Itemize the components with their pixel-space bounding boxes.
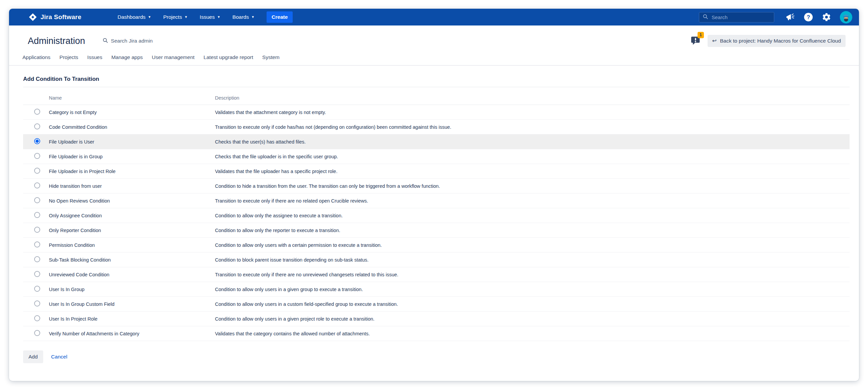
menu-dashboards[interactable]: Dashboards ▼ <box>118 14 151 20</box>
condition-name: Only Reporter Condition <box>49 228 215 233</box>
description-column-header: Description <box>215 95 849 101</box>
section-heading: Add Condition To Transition <box>23 76 849 87</box>
tab-manage-apps[interactable]: Manage apps <box>111 54 143 60</box>
condition-radio[interactable] <box>34 256 40 262</box>
table-row[interactable]: Unreviewed Code Condition Transition to … <box>23 267 849 282</box>
condition-name: File Uploader is in Project Role <box>49 169 215 174</box>
table-row[interactable]: Hide transition from user Condition to h… <box>23 179 849 194</box>
jira-logo-icon <box>28 13 37 22</box>
condition-name: Verify Number of Attachments in Category <box>49 331 215 336</box>
table-row[interactable]: User Is In Project Role Condition to all… <box>23 311 849 326</box>
chevron-down-icon: ▼ <box>217 16 220 19</box>
condition-radio[interactable] <box>34 212 40 218</box>
table-row[interactable]: Code Committed Condition Transition to e… <box>23 120 849 135</box>
table-row[interactable]: User Is In Group Custom Field Condition … <box>23 297 849 311</box>
table-row[interactable]: File Uploader is in Project Role Validat… <box>23 164 849 179</box>
condition-name: No Open Reviews Condition <box>49 198 215 203</box>
admin-search-label: Search Jira admin <box>111 38 153 44</box>
condition-description: Transition to execute only if code has/h… <box>215 124 849 130</box>
conditions-table-body: Category is not Empty Validates that the… <box>23 105 849 341</box>
topbar-search[interactable] <box>699 12 774 23</box>
condition-radio[interactable] <box>34 153 40 159</box>
app-window: Jira Software Dashboards ▼ Projects ▼ Is… <box>9 9 859 381</box>
table-row[interactable]: Verify Number of Attachments in Category… <box>23 326 849 341</box>
table-row[interactable]: Only Assignee Condition Condition to all… <box>23 208 849 223</box>
condition-radio[interactable] <box>34 123 40 130</box>
condition-description: Condition to allow only the reporter to … <box>215 228 849 233</box>
condition-description: Condition to allow only users with a cer… <box>215 243 849 248</box>
left-arrow-icon: ↩ <box>712 38 717 44</box>
back-button-label: Back to project: Handy Macros for Conflu… <box>720 38 841 44</box>
condition-radio[interactable] <box>34 168 40 174</box>
cancel-link[interactable]: Cancel <box>51 354 67 360</box>
table-header: Name Description <box>23 92 849 105</box>
user-avatar[interactable] <box>840 11 852 24</box>
condition-radio[interactable] <box>34 330 40 336</box>
chevron-down-icon: ▼ <box>148 16 151 19</box>
condition-name: Category is not Empty <box>49 110 215 115</box>
table-row[interactable]: Category is not Empty Validates that the… <box>23 105 849 120</box>
tab-system[interactable]: System <box>262 54 280 60</box>
tab-applications[interactable]: Applications <box>23 54 51 60</box>
condition-description: Condition to allow only the assignee to … <box>215 213 849 218</box>
search-icon <box>102 37 108 45</box>
condition-description: Validates that the file uploader has a s… <box>215 169 849 174</box>
condition-radio[interactable] <box>34 138 40 144</box>
table-row[interactable]: Permission Condition Condition to allow … <box>23 238 849 252</box>
condition-name: Sub-Task Blocking Condition <box>49 257 215 262</box>
table-row[interactable]: No Open Reviews Condition Transition to … <box>23 194 849 208</box>
admin-search[interactable]: Search Jira admin <box>102 37 153 45</box>
menu-boards[interactable]: Boards ▼ <box>232 14 254 20</box>
menu-issues[interactable]: Issues ▼ <box>199 14 220 20</box>
table-row[interactable]: File Uploader is in Group Checks that th… <box>23 149 849 164</box>
table-row[interactable]: File Uploader is User Checks that the us… <box>23 135 849 149</box>
condition-description: Condition to allow only users in a given… <box>215 316 849 322</box>
condition-description: Transition to execute only if there are … <box>215 272 849 277</box>
top-navigation-bar: Jira Software Dashboards ▼ Projects ▼ Is… <box>9 9 859 26</box>
tab-projects[interactable]: Projects <box>60 54 79 60</box>
table-row[interactable]: Sub-Task Blocking Condition Condition to… <box>23 252 849 267</box>
back-to-project-button[interactable]: ↩ Back to project: Handy Macros for Conf… <box>708 35 845 47</box>
add-button[interactable]: Add <box>23 351 43 363</box>
tab-latest-upgrade-report[interactable]: Latest upgrade report <box>204 54 253 60</box>
admin-header: Administration Search Jira admin 1 <box>9 26 859 47</box>
name-column-header: Name <box>49 95 215 101</box>
condition-name: User Is In Group <box>49 287 215 292</box>
condition-radio[interactable] <box>34 197 40 203</box>
gear-icon[interactable] <box>822 12 831 22</box>
admin-header-right: 1 ↩ Back to project: Handy Macros for Co… <box>690 35 845 47</box>
condition-name: File Uploader is in Group <box>49 154 215 159</box>
table-row[interactable]: User Is In Group Condition to allow only… <box>23 282 849 297</box>
chevron-down-icon: ▼ <box>251 16 254 19</box>
main-menu: Dashboards ▼ Projects ▼ Issues ▼ Boards … <box>118 14 254 20</box>
condition-description: Validates that the category contains the… <box>215 331 849 336</box>
condition-radio[interactable] <box>34 109 40 115</box>
condition-radio[interactable] <box>34 301 40 306</box>
condition-radio[interactable] <box>34 227 40 233</box>
condition-name: Hide transition from user <box>49 184 215 189</box>
condition-name: Only Assignee Condition <box>49 213 215 218</box>
radio-column-spacer <box>23 95 49 101</box>
condition-description: Validates that the attachment category i… <box>215 110 849 115</box>
jira-brand[interactable]: Jira Software <box>28 13 82 22</box>
feedback-bubble-icon[interactable]: 1 <box>690 35 702 47</box>
megaphone-icon[interactable] <box>786 12 795 22</box>
menu-projects[interactable]: Projects ▼ <box>163 14 188 20</box>
condition-description: Condition to allow only users in a given… <box>215 287 849 292</box>
tab-user-management[interactable]: User management <box>152 54 194 60</box>
condition-description: Transition to execute only if there are … <box>215 198 849 203</box>
condition-radio[interactable] <box>34 315 40 321</box>
table-row[interactable]: Only Reporter Condition Condition to all… <box>23 223 849 238</box>
condition-radio[interactable] <box>34 286 40 292</box>
search-input[interactable] <box>711 14 771 21</box>
chevron-down-icon: ▼ <box>184 16 188 19</box>
tab-issues[interactable]: Issues <box>87 54 102 60</box>
condition-radio[interactable] <box>34 183 40 189</box>
condition-name: Code Committed Condition <box>49 124 215 130</box>
help-icon[interactable]: ? <box>804 12 813 22</box>
create-button[interactable]: Create <box>267 11 293 23</box>
svg-text:?: ? <box>807 14 810 20</box>
condition-radio[interactable] <box>34 242 40 248</box>
condition-radio[interactable] <box>34 271 40 277</box>
condition-description: Checks that the user(s) has attached fil… <box>215 139 849 144</box>
